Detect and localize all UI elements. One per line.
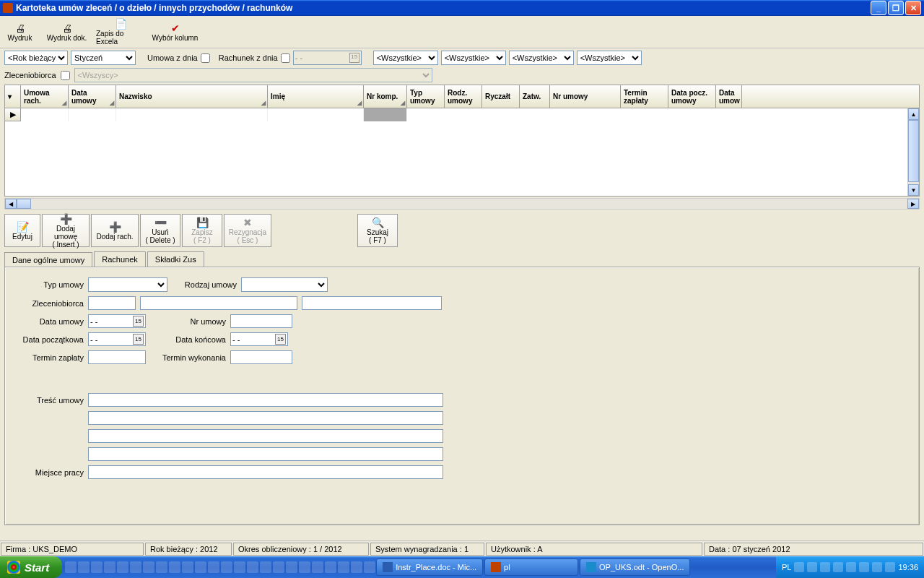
edytuj-button[interactable]: 📝Edytuj — [4, 214, 40, 247]
zapis-excel-button[interactable]: 📄Zapis do Excela — [94, 16, 148, 48]
data-umowy-input[interactable]: - -15 — [88, 314, 146, 328]
scroll-up-icon[interactable]: ▲ — [908, 108, 919, 120]
scroll-thumb[interactable] — [17, 199, 31, 209]
tray-icon[interactable] — [833, 562, 843, 572]
tray-icon[interactable] — [846, 562, 856, 572]
dodaj-rach-button[interactable]: ➕Dodaj rach. — [91, 214, 139, 247]
ql-icon[interactable] — [312, 561, 323, 573]
taskbar-task-3[interactable]: OP_UKS.odt - OpenO... — [580, 558, 690, 576]
ql-icon[interactable] — [351, 561, 362, 573]
col-umowa-rach[interactable]: Umowa rach.◢ — [21, 85, 69, 108]
scroll-thumb[interactable] — [908, 120, 919, 182]
ql-icon[interactable] — [234, 561, 245, 573]
taskbar-task-1[interactable]: Instr_Place.doc - Mic... — [376, 558, 483, 576]
tresc-umowy-input-2[interactable] — [88, 411, 443, 425]
miesiac-combo[interactable]: Styczeń — [71, 51, 136, 65]
indicator-col[interactable]: ▾ — [5, 85, 21, 108]
rodzaj-umowy-combo[interactable] — [241, 277, 328, 292]
data-grid[interactable]: ▾ Umowa rach.◢ Data umowy◢ Nazwisko◢ Imi… — [4, 85, 920, 197]
scroll-left-icon[interactable]: ◀ — [5, 199, 17, 209]
rok-combo[interactable]: <Rok bieżący> — [4, 51, 68, 65]
ql-icon[interactable] — [91, 561, 103, 573]
dodaj-umowe-button[interactable]: ➕Dodaj umowę( Insert ) — [42, 214, 90, 247]
ql-icon[interactable] — [299, 561, 310, 573]
ql-icon[interactable] — [247, 561, 258, 573]
tray-icon[interactable] — [820, 562, 830, 572]
horizontal-scrollbar[interactable]: ◀ ▶ — [4, 198, 920, 210]
tab-dane-ogolne[interactable]: Dane ogólne umowy — [4, 252, 92, 267]
col-rodz-umowy[interactable]: Rodz. umowy — [445, 85, 482, 108]
col-zatw[interactable]: Zatw. — [520, 85, 550, 108]
termin-wykonania-input[interactable] — [230, 350, 292, 364]
table-row[interactable]: ▶ — [5, 108, 919, 121]
miejsce-pracy-input[interactable] — [88, 465, 443, 479]
tray-icon[interactable] — [872, 562, 882, 572]
filter-combo-4[interactable]: <Wszystkie> — [577, 51, 642, 65]
zleceniobiorca-extra-input[interactable] — [302, 296, 442, 310]
ql-icon[interactable] — [273, 561, 284, 573]
col-termin-zaplaty[interactable]: Termin zapłaty — [621, 85, 668, 108]
ql-icon[interactable] — [286, 561, 297, 573]
col-data-umowy[interactable]: Data umowy◢ — [69, 85, 116, 108]
taskbar-task-2[interactable]: pl — [484, 558, 578, 576]
ql-icon[interactable] — [364, 561, 375, 573]
tray-icon[interactable] — [859, 562, 869, 572]
tab-skladki-zus[interactable]: Składki Zus — [147, 251, 204, 267]
filter-combo-1[interactable]: <Wszystkie> — [373, 51, 438, 65]
filter-combo-3[interactable]: <Wszystkie> — [509, 51, 574, 65]
zleceniobiorca-code-input[interactable] — [88, 296, 136, 310]
ql-icon[interactable] — [65, 561, 77, 573]
col-data-pocz[interactable]: Data pocz. umowy — [668, 85, 716, 108]
minimize-button[interactable]: _ — [871, 1, 886, 15]
close-button[interactable]: ✕ — [905, 1, 921, 15]
ql-icon[interactable] — [156, 561, 167, 573]
ql-icon[interactable] — [221, 561, 232, 573]
col-nr-umowy[interactable]: Nr umowy — [550, 85, 621, 108]
termin-zaplaty-input[interactable] — [88, 350, 146, 364]
ql-icon[interactable] — [78, 561, 90, 573]
ql-icon[interactable] — [169, 561, 180, 573]
tray-icon[interactable] — [794, 562, 804, 572]
grid-body[interactable]: ▶ ▲ ▼ — [5, 108, 919, 196]
ql-icon[interactable] — [182, 561, 193, 573]
ql-icon[interactable] — [117, 561, 128, 573]
col-nazwisko[interactable]: Nazwisko◢ — [116, 85, 268, 108]
ql-icon[interactable] — [338, 561, 349, 573]
typ-umowy-combo[interactable] — [88, 277, 167, 292]
tab-rachunek[interactable]: Rachunek — [94, 251, 146, 267]
tresc-umowy-input-1[interactable] — [88, 393, 443, 407]
wydruk-button[interactable]: 🖨Wydruk — [0, 16, 40, 48]
ql-icon[interactable] — [208, 561, 219, 573]
start-button[interactable]: Start — [0, 556, 62, 578]
ql-icon[interactable] — [325, 561, 336, 573]
col-nr-komp[interactable]: Nr komp.◢ — [364, 85, 407, 108]
nr-umowy-input[interactable] — [230, 314, 292, 328]
data-pocz-input[interactable]: - -15 — [88, 332, 146, 346]
calendar-icon[interactable]: 15 — [133, 316, 144, 327]
usun-button[interactable]: ➖Usuń( Delete ) — [140, 214, 180, 247]
maximize-button[interactable]: ❐ — [888, 1, 904, 15]
col-typ-umowy[interactable]: Typ umowy — [407, 85, 445, 108]
calendar-icon[interactable]: 15 — [275, 334, 286, 345]
vertical-scrollbar[interactable]: ▲ ▼ — [907, 108, 919, 196]
ql-icon[interactable] — [195, 561, 206, 573]
tresc-umowy-input-3[interactable] — [88, 429, 443, 443]
lang-indicator[interactable]: PL — [782, 563, 791, 571]
szukaj-button[interactable]: 🔍Szukaj( F7 ) — [357, 214, 398, 247]
tresc-umowy-input-4[interactable] — [88, 447, 443, 461]
clock[interactable]: 19:36 — [898, 563, 918, 571]
tray-icon[interactable] — [807, 562, 817, 572]
calendar-icon[interactable]: 15 — [133, 334, 144, 345]
zleceniobiorca-checkbox[interactable] — [61, 71, 70, 80]
ql-icon[interactable] — [104, 561, 116, 573]
tray-icon[interactable] — [885, 562, 895, 572]
col-imie[interactable]: Imię◢ — [268, 85, 364, 108]
ql-icon[interactable] — [260, 561, 271, 573]
wydruk-dok-button[interactable]: 🖨Wydruk dok. — [40, 16, 94, 48]
wybor-kolumn-button[interactable]: ✔Wybór kolumn — [148, 16, 202, 48]
scroll-down-icon[interactable]: ▼ — [908, 184, 919, 196]
ql-icon[interactable] — [130, 561, 141, 573]
zleceniobiorca-name-input[interactable] — [140, 296, 297, 310]
col-data-umow2[interactable]: Data umow — [716, 85, 742, 108]
ql-icon[interactable] — [143, 561, 154, 573]
